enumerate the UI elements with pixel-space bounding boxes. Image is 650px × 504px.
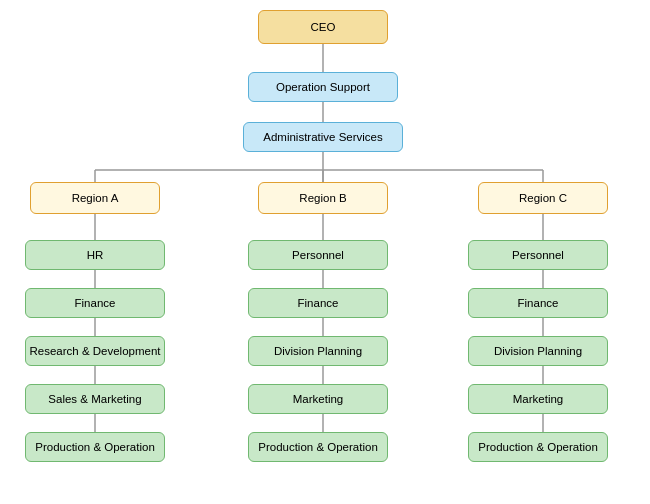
region-c-dept-1-label: Personnel [512,249,564,261]
region-a-dept-3-label: Research & Development [29,345,160,357]
region-a-dept-4: Sales & Marketing [25,384,165,414]
org-chart: CEO Operation Support Administrative Ser… [0,0,650,30]
region-a-dept-5: Production & Operation [25,432,165,462]
region-c-dept-2: Finance [468,288,608,318]
region-a-dept-4-label: Sales & Marketing [48,393,141,405]
region-a-label: Region A [72,192,119,204]
region-c-dept-3-label: Division Planning [494,345,582,357]
region-b-dept-5-label: Production & Operation [258,441,378,453]
region-b-dept-5: Production & Operation [248,432,388,462]
region-a-node: Region A [30,182,160,214]
region-a-dept-2-label: Finance [75,297,116,309]
region-c-node: Region C [478,182,608,214]
region-b-dept-2: Finance [248,288,388,318]
region-a-dept-3: Research & Development [25,336,165,366]
region-c-dept-2-label: Finance [518,297,559,309]
region-b-dept-1: Personnel [248,240,388,270]
region-b-dept-3: Division Planning [248,336,388,366]
region-b-dept-4: Marketing [248,384,388,414]
operation-support-node: Operation Support [248,72,398,102]
region-b-dept-4-label: Marketing [293,393,344,405]
ceo-label: CEO [311,21,336,33]
region-b-node: Region B [258,182,388,214]
region-b-label: Region B [299,192,346,204]
region-b-dept-2-label: Finance [298,297,339,309]
region-b-dept-3-label: Division Planning [274,345,362,357]
operation-support-label: Operation Support [276,81,370,93]
region-c-dept-3: Division Planning [468,336,608,366]
region-b-dept-1-label: Personnel [292,249,344,261]
admin-services-node: Administrative Services [243,122,403,152]
region-a-dept-1: HR [25,240,165,270]
region-c-dept-4: Marketing [468,384,608,414]
region-c-label: Region C [519,192,567,204]
region-a-dept-1-label: HR [87,249,104,261]
region-c-dept-1: Personnel [468,240,608,270]
ceo-node: CEO [258,10,388,44]
region-a-dept-5-label: Production & Operation [35,441,155,453]
region-c-dept-4-label: Marketing [513,393,564,405]
region-c-dept-5-label: Production & Operation [478,441,598,453]
region-a-dept-2: Finance [25,288,165,318]
admin-services-label: Administrative Services [263,131,383,143]
region-c-dept-5: Production & Operation [468,432,608,462]
